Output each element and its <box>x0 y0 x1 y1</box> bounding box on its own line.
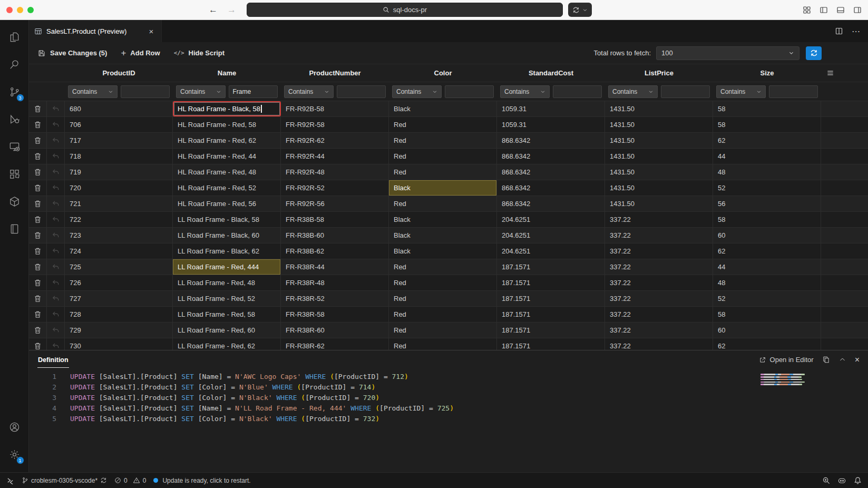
cell-cost[interactable]: 187.1571 <box>497 291 605 306</box>
cell-color[interactable]: Red <box>389 117 497 132</box>
cell-cost[interactable]: 204.6251 <box>497 212 605 227</box>
cell-size[interactable]: 62 <box>713 133 821 148</box>
cell-color[interactable]: Black <box>389 180 497 196</box>
revert-row-button[interactable] <box>47 243 65 259</box>
package-view-icon[interactable] <box>0 188 29 215</box>
close-panel-icon[interactable]: × <box>855 355 860 365</box>
toggle-primary-sidebar-icon[interactable] <box>820 6 828 14</box>
minimap[interactable] <box>760 373 805 386</box>
column-header-color[interactable]: Color <box>389 69 497 77</box>
cell-size[interactable]: 44 <box>713 149 821 164</box>
cell-size[interactable]: 58 <box>713 117 821 132</box>
filter-operator-dropdown-name[interactable]: Contains <box>176 85 226 98</box>
cell-number[interactable]: FR-R38R-44 <box>281 259 389 275</box>
revert-row-button[interactable] <box>47 291 65 306</box>
cell-size[interactable]: 52 <box>713 180 821 196</box>
column-menu-button[interactable] <box>821 69 868 77</box>
cell-id[interactable]: 728 <box>65 307 173 322</box>
cell-id[interactable]: 706 <box>65 117 173 132</box>
cell-cost[interactable]: 868.6342 <box>497 180 605 196</box>
cell-size[interactable]: 58 <box>713 101 821 116</box>
revert-row-button[interactable] <box>47 149 65 164</box>
cell-id[interactable]: 730 <box>65 338 173 350</box>
cell-name[interactable]: HL Road Frame - Red, 52 <box>173 180 281 196</box>
cell-size[interactable]: 48 <box>713 164 821 180</box>
cell-number[interactable]: FR-R92R-48 <box>281 164 389 180</box>
column-header-price[interactable]: ListPrice <box>605 69 713 77</box>
cell-number[interactable]: FR-R38B-58 <box>281 212 389 227</box>
filter-input-number[interactable] <box>337 85 386 98</box>
delete-row-button[interactable] <box>29 259 47 275</box>
cell-id[interactable]: 720 <box>65 180 173 196</box>
cell-color[interactable]: Black <box>389 212 497 227</box>
cell-size[interactable]: 62 <box>713 338 821 350</box>
add-row-button[interactable]: + Add Row <box>121 48 160 57</box>
remote-indicator[interactable] <box>6 476 14 484</box>
chevron-up-icon[interactable] <box>838 356 846 364</box>
cell-edit-input[interactable]: HL Road Frame - Black, 58 <box>174 102 280 115</box>
cell-cost[interactable]: 868.6342 <box>497 133 605 148</box>
minimize-window-button[interactable] <box>17 7 23 13</box>
cell-number[interactable]: FR-R92B-58 <box>281 101 389 116</box>
problems-status-item[interactable]: 0 0 <box>114 477 146 484</box>
cell-cost[interactable]: 1059.31 <box>497 117 605 132</box>
repo-status-item[interactable]: croblesm-0305-vscode* <box>22 477 107 484</box>
revert-row-button[interactable] <box>47 323 65 338</box>
cell-color[interactable]: Red <box>389 291 497 306</box>
cell-color[interactable]: Black <box>389 228 497 243</box>
cell-id[interactable]: 719 <box>65 164 173 180</box>
cell-cost[interactable]: 187.1571 <box>497 323 605 338</box>
delete-row-button[interactable] <box>29 338 47 350</box>
cell-cost[interactable]: 204.6251 <box>497 228 605 243</box>
cell-name[interactable]: LL Road Frame - Black, 58 <box>173 212 281 227</box>
delete-row-button[interactable] <box>29 212 47 227</box>
cell-color[interactable]: Red <box>389 338 497 350</box>
delete-row-button[interactable] <box>29 133 47 148</box>
cell-id[interactable]: 724 <box>65 243 173 259</box>
column-header-cost[interactable]: StandardCost <box>497 69 605 77</box>
cell-cost[interactable]: 1059.31 <box>497 101 605 116</box>
cell-cost[interactable]: 204.6251 <box>497 243 605 259</box>
delete-row-button[interactable] <box>29 196 47 211</box>
cell-price[interactable]: 1431.50 <box>605 117 713 132</box>
remote-explorer-icon[interactable] <box>0 133 29 160</box>
cell-cost[interactable]: 187.1571 <box>497 275 605 290</box>
delete-row-button[interactable] <box>29 228 47 243</box>
revert-row-button[interactable] <box>47 196 65 211</box>
column-header-number[interactable]: ProductNumber <box>281 69 389 77</box>
zoom-icon[interactable] <box>822 476 830 484</box>
cell-color[interactable]: Red <box>389 323 497 338</box>
forward-icon[interactable]: → <box>227 5 236 15</box>
cell-color[interactable]: Black <box>389 101 497 116</box>
search-view-icon[interactable] <box>0 51 29 78</box>
cell-cost[interactable]: 187.1571 <box>497 307 605 322</box>
refresh-button[interactable] <box>806 46 822 60</box>
bell-icon[interactable] <box>854 476 862 484</box>
cell-name[interactable]: HL Road Frame - Red, 58 <box>173 117 281 132</box>
cell-cost[interactable]: 868.6342 <box>497 149 605 164</box>
revert-row-button[interactable] <box>47 338 65 350</box>
cell-id[interactable]: 727 <box>65 291 173 306</box>
notebook-view-icon[interactable] <box>0 215 29 242</box>
run-debug-icon[interactable] <box>0 105 29 133</box>
cell-id[interactable]: 729 <box>65 323 173 338</box>
cell-cost[interactable]: 868.6342 <box>497 164 605 180</box>
cell-price[interactable]: 337.22 <box>605 243 713 259</box>
cell-id[interactable]: 722 <box>65 212 173 227</box>
revert-row-button[interactable] <box>47 259 65 275</box>
delete-row-button[interactable] <box>29 180 47 196</box>
cell-size[interactable]: 60 <box>713 228 821 243</box>
cell-color[interactable]: Red <box>389 275 497 290</box>
cell-number[interactable]: FR-R38R-60 <box>281 323 389 338</box>
cell-price[interactable]: 1431.50 <box>605 149 713 164</box>
cell-price[interactable]: 337.22 <box>605 338 713 350</box>
cell-id[interactable]: 717 <box>65 133 173 148</box>
filter-operator-dropdown-color[interactable]: Contains <box>392 85 442 98</box>
delete-row-button[interactable] <box>29 275 47 290</box>
cell-price[interactable]: 337.22 <box>605 291 713 306</box>
filter-input-color[interactable] <box>445 85 494 98</box>
cell-price[interactable]: 1431.50 <box>605 101 713 116</box>
filter-input-id[interactable] <box>121 85 170 98</box>
cell-price[interactable]: 1431.50 <box>605 164 713 180</box>
cell-price[interactable]: 337.22 <box>605 228 713 243</box>
